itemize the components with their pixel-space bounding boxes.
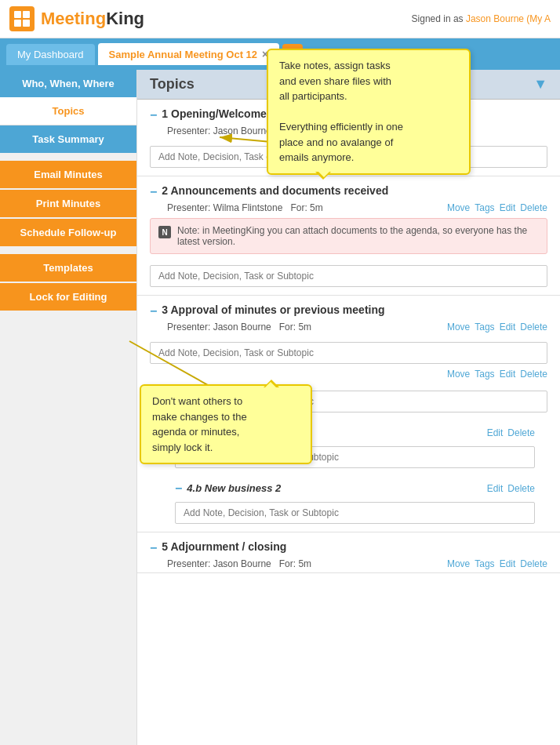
subtopic-4a-delete[interactable]: Delete [507,427,535,438]
note-icon: N [158,226,171,238]
svg-rect-1 [23,11,30,18]
topic-3-title: 3 Approval of minutes or previous meetin… [162,303,384,316]
topic-2: − 2 Announcements and documents received… [137,176,560,296]
svg-rect-0 [14,11,21,18]
topic-2-note: N Note: in MeetingKing you can attach do… [150,218,547,254]
header-user-info: Signed in as Jason Bourne (My A [412,13,551,24]
topic-3-move[interactable]: Move [447,322,470,333]
tab-meeting[interactable]: Sample Annual Meeting Oct 12 × [98,43,280,65]
topic-2-title: 2 Announcements and documents received [162,184,388,197]
topic-1-title: 1 Opening/Welcome [162,107,267,120]
topic-5-presenter: Presenter: Jason Bourne For: 5m [167,558,311,569]
tooltip-2: Don't want others tomake changes to thea… [140,384,312,464]
subtopic-4b-add-note[interactable] [175,502,535,524]
svg-rect-2 [14,20,21,27]
my-account-link[interactable]: (My A [526,13,551,24]
subtopic-4a-links: Edit Delete [487,427,535,438]
topic-5-collapse[interactable]: − [150,541,157,555]
subtopic-4b-delete[interactable]: Delete [507,483,535,494]
app-header: MeetingKing Signed in as Jason Bourne (M… [0,0,560,38]
topic-3-extra-delete[interactable]: Delete [520,369,547,380]
topic-5-links: Move Tags Edit Delete [447,558,547,569]
sidebar-item-task-summary[interactable]: Task Summary [0,125,136,153]
sidebar-item-schedule-followup[interactable]: Schedule Follow-up [0,219,136,246]
topic-3-edit[interactable]: Edit [500,322,516,333]
topic-2-move[interactable]: Move [447,202,470,213]
topic-2-presenter: Presenter: Wilma Flintstone For: 5m [167,202,323,213]
subtopic-4b-collapse[interactable]: − [175,482,182,496]
logo: MeetingKing [9,6,144,31]
topic-3-extra-move[interactable]: Move [447,369,470,380]
topic-3-extra-edit[interactable]: Edit [500,369,516,380]
topic-5-title: 5 Adjournment / closing [162,540,286,553]
logo-text: MeetingKing [41,9,144,29]
topic-5-tags[interactable]: Tags [475,558,494,569]
topic-5-delete[interactable]: Delete [520,558,547,569]
topic-2-delete[interactable]: Delete [520,202,547,213]
topic-1-collapse[interactable]: − [150,108,157,122]
sidebar-item-lock-editing[interactable]: Lock for Editing [0,283,136,311]
topic-5-move[interactable]: Move [447,558,470,569]
topic-2-links: Move Tags Edit Delete [447,202,547,213]
subtopic-4b-edit[interactable]: Edit [487,483,504,494]
topic-2-tags[interactable]: Tags [475,202,494,213]
sidebar-item-print-minutes[interactable]: Print Minutes [0,190,136,217]
sidebar-item-templates[interactable]: Templates [0,254,136,282]
topic-3-extra-tags[interactable]: Tags [475,369,494,380]
subtopic-4b: − 4.b New business 2 Edit Delete [150,476,547,532]
topic-5-edit[interactable]: Edit [500,558,516,569]
topic-3-add-note[interactable] [150,342,547,364]
topic-2-edit[interactable]: Edit [500,202,516,213]
note-text: Note: in MeetingKing you can attach docu… [177,225,539,247]
sidebar: Who, When, Where Topics Task Summary Ema… [0,70,137,745]
topic-2-meta: Presenter: Wilma Flintstone For: 5m Move… [167,202,547,213]
subtopic-4b-title: 4.b New business 2 [187,482,281,494]
topic-5-meta: Presenter: Jason Bourne For: 5m Move Tag… [167,558,547,569]
topic-2-collapse[interactable]: − [150,185,157,199]
topic-3-tags[interactable]: Tags [475,322,494,333]
topic-2-add-note[interactable] [150,265,547,287]
topic-3-links: Move Tags Edit Delete [447,322,547,333]
topic-3-collapse[interactable]: − [150,304,157,318]
topic-3-extra-links: Move Tags Edit Delete [447,369,547,380]
topic-3-meta: Presenter: Jason Bourne For: 5m Move Tag… [167,322,547,333]
tab-dashboard[interactable]: My Dashboard [6,44,95,65]
sidebar-item-who-when-where[interactable]: Who, When, Where [0,70,136,97]
subtopic-4a-edit[interactable]: Edit [487,427,504,438]
sidebar-item-email-minutes[interactable]: Email Minutes [0,161,136,188]
svg-rect-3 [23,20,30,27]
topic-3-delete[interactable]: Delete [520,322,547,333]
topic-5: − 5 Adjournment / closing Presenter: Jas… [137,532,560,573]
dropdown-arrow-icon[interactable]: ▼ [533,76,547,93]
tooltip-1-text: Take notes, assign tasksand even share f… [279,60,403,163]
section-title: Topics [150,76,195,93]
tooltip-1: Take notes, assign tasksand even share f… [267,49,471,175]
sidebar-item-topics[interactable]: Topics [0,97,136,125]
tooltip-2-text: Don't want others tomake changes to thea… [152,395,247,453]
subtopic-4b-links: Edit Delete [487,483,535,494]
logo-icon [9,6,35,31]
user-name-link[interactable]: Jason Bourne [466,13,524,24]
topic-3-presenter: Presenter: Jason Bourne For: 5m [167,322,311,333]
